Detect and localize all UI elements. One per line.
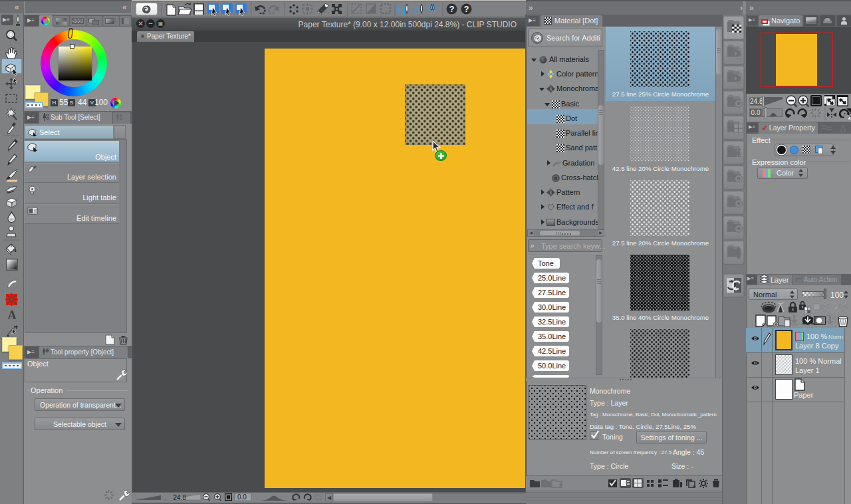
svg-text:?: ?: [449, 5, 455, 14]
svg-text:24.8: 24.8: [174, 494, 187, 501]
svg-text:?: ?: [464, 5, 469, 14]
svg-text:0.0: 0.0: [237, 493, 247, 501]
svg-text:A: A: [8, 309, 17, 322]
